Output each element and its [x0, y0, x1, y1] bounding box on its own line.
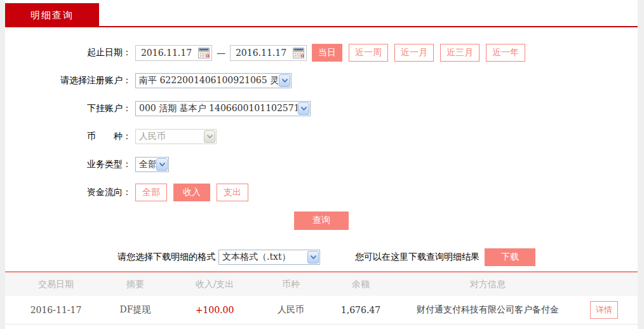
- currency-value: 人民币: [139, 131, 166, 142]
- chevron-down-icon: [204, 130, 215, 143]
- cell-currency: 人民币: [265, 296, 316, 324]
- date-range-row: 起止日期：: [5, 39, 638, 67]
- main-panel: 明细查询 起止日期：: [5, 0, 638, 329]
- end-date-input[interactable]: [231, 48, 292, 58]
- calendar-icon[interactable]: [292, 46, 305, 60]
- fund-flow-expense-button[interactable]: 支出: [217, 184, 248, 201]
- chevron-down-icon: [307, 251, 319, 264]
- download-hint-text: 您可以在这里下载查询明细结果: [355, 252, 480, 263]
- date-separator: —: [217, 48, 225, 58]
- start-date-input[interactable]: [136, 48, 197, 58]
- end-date-field: [230, 45, 307, 61]
- chevron-down-icon: [279, 74, 290, 87]
- chevron-down-icon: [156, 158, 168, 171]
- fund-flow-all-button[interactable]: 全部: [135, 184, 167, 201]
- sub-account-row: 下挂账户： 000 活期 基本户 1406600101102571848: [5, 95, 638, 123]
- fund-flow-label: 资金流向：: [5, 187, 135, 198]
- header-trade-date: 交易日期: [5, 272, 107, 296]
- results-table: 交易日期 摘要 收入/支出 币种 余额 对方信息 2016-11-17 DF提现…: [5, 271, 638, 325]
- header-balance: 余额: [316, 272, 405, 296]
- download-format-value: 文本格式（.txt）: [222, 252, 291, 263]
- quick-range-year-button[interactable]: 近一年: [486, 44, 525, 62]
- tab-detail-query[interactable]: 明细查询: [5, 3, 99, 27]
- cell-actions: 详情: [570, 296, 638, 324]
- download-button[interactable]: 下载: [485, 248, 535, 266]
- fund-flow-income-button[interactable]: 收入: [173, 184, 210, 201]
- quick-range-week-button[interactable]: 近一周: [349, 44, 388, 62]
- calendar-icon[interactable]: [197, 46, 210, 60]
- header-income-expense: 收入/支出: [164, 272, 265, 296]
- sub-account-label: 下挂账户：: [5, 103, 135, 114]
- download-format-label: 请您选择下载明细的格式: [117, 252, 215, 263]
- sub-account-value: 000 活期 基本户 1406600101102571848: [139, 103, 297, 114]
- quick-range-month-button[interactable]: 近一月: [394, 44, 434, 62]
- quick-range-3months-button[interactable]: 近三月: [440, 44, 480, 62]
- sub-account-select[interactable]: 000 活期 基本户 1406600101102571848: [135, 101, 311, 116]
- business-type-value: 全部: [139, 159, 156, 170]
- table-row: 2016-11-17 DF提现 +100.00 人民币 1,676.47 财付通…: [5, 296, 638, 324]
- cell-trade-date: 2016-11-17: [5, 296, 107, 324]
- currency-label: 币 种：: [5, 131, 135, 142]
- business-type-label: 业务类型：: [5, 159, 135, 170]
- chevron-down-icon: [298, 102, 309, 115]
- query-row: 查询: [5, 206, 638, 234]
- download-format-select[interactable]: 文本格式（.txt）: [218, 250, 320, 265]
- currency-row: 币 种： 人民币: [5, 123, 638, 151]
- header-counterparty: 对方信息: [405, 272, 570, 296]
- register-account-select[interactable]: 南平 6222001406100921065 灵通卡: [135, 73, 292, 88]
- currency-select: 人民币: [135, 129, 217, 144]
- table-header-row: 交易日期 摘要 收入/支出 币种 余额 对方信息: [5, 272, 638, 296]
- header-currency: 币种: [265, 272, 316, 296]
- business-type-select[interactable]: 全部: [135, 157, 169, 172]
- quick-range-today-button[interactable]: 当日: [312, 44, 342, 62]
- download-row: 请您选择下载明细的格式 文本格式（.txt） 您可以在这里下载查询明细结果 下载: [5, 247, 638, 267]
- query-form: 起止日期：: [5, 27, 638, 267]
- header-summary: 摘要: [107, 272, 164, 296]
- cell-balance: 1,676.47: [316, 296, 405, 324]
- cell-counterparty: 财付通支付科技有限公司客户备付金: [405, 296, 570, 324]
- cell-amount: +100.00: [164, 296, 265, 324]
- business-type-row: 业务类型： 全部: [5, 151, 638, 178]
- register-account-label: 请选择注册账户：: [5, 75, 135, 86]
- fund-flow-row: 资金流向： 全部 收入 支出: [5, 178, 638, 206]
- tab-bar: 明细查询: [5, 0, 638, 27]
- cell-summary: DF提现: [107, 296, 164, 324]
- start-date-field: [135, 45, 212, 61]
- detail-button[interactable]: 详情: [590, 301, 618, 319]
- date-range-label: 起止日期：: [5, 47, 135, 58]
- header-actions: [570, 272, 638, 296]
- register-account-row: 请选择注册账户： 南平 6222001406100921065 灵通卡: [5, 67, 638, 95]
- query-button[interactable]: 查询: [294, 211, 349, 230]
- register-account-value: 南平 6222001406100921065 灵通卡: [139, 75, 278, 86]
